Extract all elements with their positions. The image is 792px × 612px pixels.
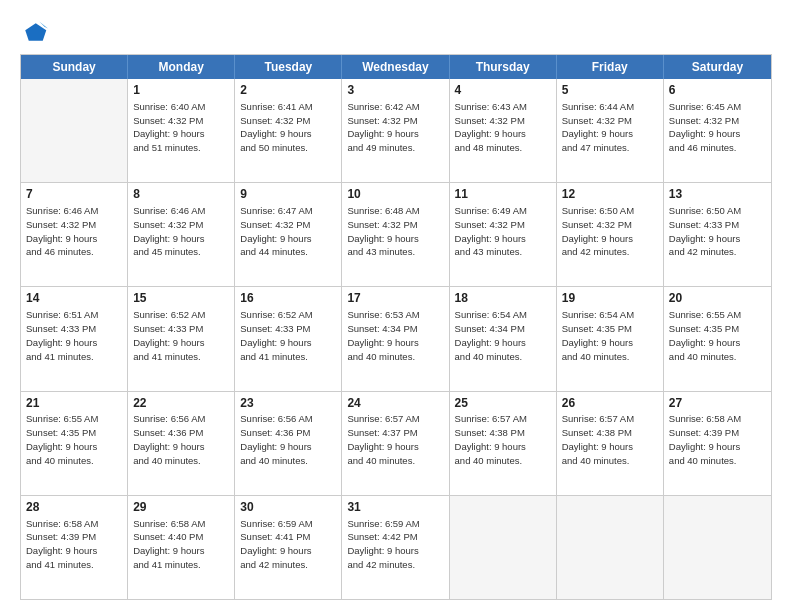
day-number: 15 [133,290,229,307]
day-cell-17: 17Sunrise: 6:53 AMSunset: 4:34 PMDayligh… [342,287,449,390]
day-number: 12 [562,186,658,203]
day-number: 6 [669,82,766,99]
day-info: Sunrise: 6:53 AMSunset: 4:34 PMDaylight:… [347,308,443,363]
day-number: 3 [347,82,443,99]
day-cell-2: 2Sunrise: 6:41 AMSunset: 4:32 PMDaylight… [235,79,342,182]
day-cell-5: 5Sunrise: 6:44 AMSunset: 4:32 PMDaylight… [557,79,664,182]
day-cell-14: 14Sunrise: 6:51 AMSunset: 4:33 PMDayligh… [21,287,128,390]
day-number: 23 [240,395,336,412]
empty-cell [450,496,557,599]
day-info: Sunrise: 6:55 AMSunset: 4:35 PMDaylight:… [669,308,766,363]
day-info: Sunrise: 6:46 AMSunset: 4:32 PMDaylight:… [26,204,122,259]
day-number: 5 [562,82,658,99]
day-cell-27: 27Sunrise: 6:58 AMSunset: 4:39 PMDayligh… [664,392,771,495]
day-cell-16: 16Sunrise: 6:52 AMSunset: 4:33 PMDayligh… [235,287,342,390]
day-number: 16 [240,290,336,307]
day-number: 2 [240,82,336,99]
day-cell-22: 22Sunrise: 6:56 AMSunset: 4:36 PMDayligh… [128,392,235,495]
day-number: 25 [455,395,551,412]
day-number: 28 [26,499,122,516]
day-info: Sunrise: 6:47 AMSunset: 4:32 PMDaylight:… [240,204,336,259]
empty-cell [664,496,771,599]
calendar-body: 1Sunrise: 6:40 AMSunset: 4:32 PMDaylight… [21,79,771,599]
header-day-monday: Monday [128,55,235,79]
day-info: Sunrise: 6:55 AMSunset: 4:35 PMDaylight:… [26,412,122,467]
day-cell-9: 9Sunrise: 6:47 AMSunset: 4:32 PMDaylight… [235,183,342,286]
day-cell-3: 3Sunrise: 6:42 AMSunset: 4:32 PMDaylight… [342,79,449,182]
day-number: 8 [133,186,229,203]
header-day-friday: Friday [557,55,664,79]
empty-cell [557,496,664,599]
week-row-1: 1Sunrise: 6:40 AMSunset: 4:32 PMDaylight… [21,79,771,182]
day-cell-12: 12Sunrise: 6:50 AMSunset: 4:32 PMDayligh… [557,183,664,286]
week-row-5: 28Sunrise: 6:58 AMSunset: 4:39 PMDayligh… [21,495,771,599]
day-info: Sunrise: 6:57 AMSunset: 4:37 PMDaylight:… [347,412,443,467]
empty-cell [21,79,128,182]
header-day-saturday: Saturday [664,55,771,79]
day-info: Sunrise: 6:57 AMSunset: 4:38 PMDaylight:… [455,412,551,467]
day-cell-4: 4Sunrise: 6:43 AMSunset: 4:32 PMDaylight… [450,79,557,182]
day-info: Sunrise: 6:59 AMSunset: 4:41 PMDaylight:… [240,517,336,572]
day-cell-20: 20Sunrise: 6:55 AMSunset: 4:35 PMDayligh… [664,287,771,390]
day-cell-6: 6Sunrise: 6:45 AMSunset: 4:32 PMDaylight… [664,79,771,182]
day-number: 27 [669,395,766,412]
day-info: Sunrise: 6:52 AMSunset: 4:33 PMDaylight:… [240,308,336,363]
day-number: 24 [347,395,443,412]
day-cell-10: 10Sunrise: 6:48 AMSunset: 4:32 PMDayligh… [342,183,449,286]
day-cell-1: 1Sunrise: 6:40 AMSunset: 4:32 PMDaylight… [128,79,235,182]
header-day-thursday: Thursday [450,55,557,79]
logo-icon [20,18,48,46]
day-cell-7: 7Sunrise: 6:46 AMSunset: 4:32 PMDaylight… [21,183,128,286]
day-cell-25: 25Sunrise: 6:57 AMSunset: 4:38 PMDayligh… [450,392,557,495]
day-cell-19: 19Sunrise: 6:54 AMSunset: 4:35 PMDayligh… [557,287,664,390]
page: SundayMondayTuesdayWednesdayThursdayFrid… [0,0,792,612]
day-cell-21: 21Sunrise: 6:55 AMSunset: 4:35 PMDayligh… [21,392,128,495]
day-info: Sunrise: 6:41 AMSunset: 4:32 PMDaylight:… [240,100,336,155]
day-info: Sunrise: 6:49 AMSunset: 4:32 PMDaylight:… [455,204,551,259]
day-number: 26 [562,395,658,412]
day-number: 21 [26,395,122,412]
day-info: Sunrise: 6:58 AMSunset: 4:40 PMDaylight:… [133,517,229,572]
day-cell-28: 28Sunrise: 6:58 AMSunset: 4:39 PMDayligh… [21,496,128,599]
day-number: 9 [240,186,336,203]
day-cell-31: 31Sunrise: 6:59 AMSunset: 4:42 PMDayligh… [342,496,449,599]
day-number: 13 [669,186,766,203]
day-number: 29 [133,499,229,516]
day-number: 11 [455,186,551,203]
day-cell-29: 29Sunrise: 6:58 AMSunset: 4:40 PMDayligh… [128,496,235,599]
day-number: 1 [133,82,229,99]
day-info: Sunrise: 6:58 AMSunset: 4:39 PMDaylight:… [669,412,766,467]
day-info: Sunrise: 6:58 AMSunset: 4:39 PMDaylight:… [26,517,122,572]
day-info: Sunrise: 6:50 AMSunset: 4:32 PMDaylight:… [562,204,658,259]
day-info: Sunrise: 6:48 AMSunset: 4:32 PMDaylight:… [347,204,443,259]
day-info: Sunrise: 6:51 AMSunset: 4:33 PMDaylight:… [26,308,122,363]
day-number: 19 [562,290,658,307]
day-info: Sunrise: 6:54 AMSunset: 4:34 PMDaylight:… [455,308,551,363]
week-row-2: 7Sunrise: 6:46 AMSunset: 4:32 PMDaylight… [21,182,771,286]
day-info: Sunrise: 6:43 AMSunset: 4:32 PMDaylight:… [455,100,551,155]
logo [20,18,50,46]
day-cell-11: 11Sunrise: 6:49 AMSunset: 4:32 PMDayligh… [450,183,557,286]
day-cell-15: 15Sunrise: 6:52 AMSunset: 4:33 PMDayligh… [128,287,235,390]
day-cell-8: 8Sunrise: 6:46 AMSunset: 4:32 PMDaylight… [128,183,235,286]
day-info: Sunrise: 6:54 AMSunset: 4:35 PMDaylight:… [562,308,658,363]
day-number: 18 [455,290,551,307]
day-number: 10 [347,186,443,203]
day-info: Sunrise: 6:50 AMSunset: 4:33 PMDaylight:… [669,204,766,259]
day-cell-13: 13Sunrise: 6:50 AMSunset: 4:33 PMDayligh… [664,183,771,286]
day-info: Sunrise: 6:45 AMSunset: 4:32 PMDaylight:… [669,100,766,155]
day-number: 4 [455,82,551,99]
header [20,18,772,46]
day-cell-24: 24Sunrise: 6:57 AMSunset: 4:37 PMDayligh… [342,392,449,495]
day-number: 31 [347,499,443,516]
day-info: Sunrise: 6:46 AMSunset: 4:32 PMDaylight:… [133,204,229,259]
header-day-tuesday: Tuesday [235,55,342,79]
day-number: 14 [26,290,122,307]
day-info: Sunrise: 6:40 AMSunset: 4:32 PMDaylight:… [133,100,229,155]
calendar: SundayMondayTuesdayWednesdayThursdayFrid… [20,54,772,600]
day-cell-23: 23Sunrise: 6:56 AMSunset: 4:36 PMDayligh… [235,392,342,495]
day-info: Sunrise: 6:44 AMSunset: 4:32 PMDaylight:… [562,100,658,155]
calendar-header: SundayMondayTuesdayWednesdayThursdayFrid… [21,55,771,79]
day-cell-18: 18Sunrise: 6:54 AMSunset: 4:34 PMDayligh… [450,287,557,390]
day-info: Sunrise: 6:42 AMSunset: 4:32 PMDaylight:… [347,100,443,155]
